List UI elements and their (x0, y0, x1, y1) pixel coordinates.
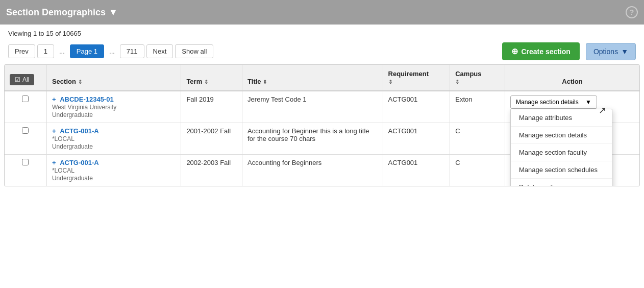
row-section-cell: + ACTG-001-A *LOCAL Undergraduate (46, 123, 181, 155)
options-label: Options (593, 47, 618, 56)
row-section-level: Undergraduate (52, 111, 176, 118)
row-checkbox[interactable] (22, 95, 29, 102)
section-sort-icon[interactable]: ⇕ (78, 79, 82, 85)
row-requirement-cell: ACTG001 (383, 155, 450, 186)
prev-button[interactable]: Prev (8, 44, 35, 58)
dropdown-menu-item[interactable]: Manage section faculty (511, 144, 612, 161)
row-section-level: Undergraduate (52, 175, 176, 182)
row-section-level: Undergraduate (52, 143, 176, 150)
row-section-org: *LOCAL (52, 135, 176, 142)
next-button[interactable]: Next (146, 44, 174, 58)
all-label: All (22, 76, 29, 83)
select-all-button[interactable]: ☑ All (10, 74, 34, 85)
row-title-cell: Accounting for Beginners (242, 155, 383, 186)
options-caret-icon: ▼ (621, 47, 628, 56)
table-row: + ABCDE-12345-01 West Virginia Universit… (5, 91, 639, 123)
row-plus-icon: + (52, 159, 56, 166)
row-action-cell: Manage section details▼Manage attributes… (505, 91, 640, 123)
row-term-cell: 2001-2002 Fall (181, 123, 242, 155)
requirement-sort-icon[interactable]: ⇕ (388, 79, 392, 85)
options-button[interactable]: Options ▼ (586, 43, 636, 60)
table-body: + ABCDE-12345-01 West Virginia Universit… (5, 91, 639, 186)
th-all: ☑ All (5, 65, 46, 91)
create-section-label: Create section (521, 47, 570, 56)
page1-button[interactable]: 1 (37, 44, 54, 58)
page-title: Section Demographics (6, 7, 106, 18)
viewing-text: Viewing 1 to 15 of 10665 (8, 30, 81, 37)
title-caret-icon[interactable]: ▼ (109, 7, 118, 18)
help-icon[interactable]: ? (626, 6, 638, 18)
th-section[interactable]: Section ⇕ (46, 65, 181, 91)
term-sort-icon[interactable]: ⇕ (204, 79, 208, 85)
manage-section-details-button[interactable]: Manage section details▼ (510, 95, 597, 109)
th-action: Action (505, 65, 640, 91)
row-requirement-cell: ACTG001 (383, 123, 450, 155)
last-page-button[interactable]: 711 (120, 44, 144, 58)
row-section-cell: + ABCDE-12345-01 West Virginia Universit… (46, 91, 181, 123)
row-term-cell: 2002-2003 Fall (181, 155, 242, 186)
show-all-button[interactable]: Show all (175, 44, 213, 58)
campus-sort-icon[interactable]: ⇕ (455, 79, 459, 85)
row-campus-cell: Exton (450, 91, 505, 123)
row-section-org: *LOCAL (52, 167, 176, 174)
ellipsis-left: ... (56, 45, 68, 58)
header: Section Demographics ▼ ? (0, 0, 644, 25)
title-sort-icon[interactable]: ⇕ (263, 79, 267, 85)
action-col-label: Action (562, 78, 582, 85)
row-checkbox-cell (5, 91, 46, 123)
dropdown-menu-item[interactable]: Manage section schedules (511, 161, 612, 179)
row-requirement-cell: ACTG001 (383, 91, 450, 123)
action-caret-icon: ▼ (585, 99, 591, 106)
table-header-row: ☑ All Section ⇕ Term ⇕ Title ⇕ R (5, 65, 639, 91)
row-campus-cell: C (450, 123, 505, 155)
row-checkbox-cell (5, 155, 46, 186)
row-section-org: West Virginia University (52, 104, 176, 111)
checkbox-icon: ☑ (15, 76, 20, 83)
dropdown-menu-item[interactable]: Delete section (511, 179, 612, 186)
header-title-group: Section Demographics ▼ (6, 7, 118, 18)
create-section-button[interactable]: ⊕ Create section (502, 42, 579, 60)
row-checkbox[interactable] (22, 127, 29, 134)
row-checkbox[interactable] (22, 159, 29, 165)
dropdown-menu-item[interactable]: Manage section details (511, 127, 612, 144)
th-requirement[interactable]: Requirement ⇕ (383, 65, 450, 91)
ellipsis-right: ... (106, 45, 118, 58)
th-campus[interactable]: Campus ⇕ (450, 65, 505, 91)
section-col-label: Section (52, 78, 76, 85)
viewing-count: Viewing 1 to 15 of 10665 (0, 25, 644, 39)
term-col-label: Term (186, 78, 202, 85)
pagination-row: Prev 1 ... Page 1 ... 711 Next Show all … (0, 39, 644, 64)
row-campus-cell: C (450, 155, 505, 186)
title-col-label: Title (247, 78, 261, 85)
row-title-cell: Accounting for Beginner this is a long t… (242, 123, 383, 155)
dropdown-menu-item[interactable]: Manage attributes (511, 109, 612, 127)
row-plus-icon: + (52, 127, 56, 135)
action-dropdown-wrap: Manage section details▼Manage attributes… (510, 95, 597, 109)
section-link[interactable]: ACTG-001-A (60, 127, 99, 135)
action-btn-label: Manage section details (516, 99, 579, 106)
row-section-cell: + ACTG-001-A *LOCAL Undergraduate (46, 155, 181, 186)
row-plus-icon: + (52, 95, 56, 103)
row-title-cell: Jeremy Test Code 1 (242, 91, 383, 123)
create-section-plus-icon: ⊕ (511, 46, 518, 56)
main-table-container: ☑ All Section ⇕ Term ⇕ Title ⇕ R (4, 64, 640, 186)
requirement-col-label: Requirement (388, 70, 429, 78)
th-term[interactable]: Term ⇕ (181, 65, 242, 91)
action-dropdown-menu: Manage attributesManage section detailsM… (510, 109, 612, 186)
current-page-button[interactable]: Page 1 (70, 44, 104, 58)
row-checkbox-cell (5, 123, 46, 155)
th-title[interactable]: Title ⇕ (242, 65, 383, 91)
section-link[interactable]: ABCDE-12345-01 (60, 95, 114, 103)
section-link[interactable]: ACTG-001-A (60, 159, 99, 166)
sections-table: ☑ All Section ⇕ Term ⇕ Title ⇕ R (5, 65, 639, 186)
campus-col-label: Campus (455, 70, 481, 78)
row-term-cell: Fall 2019 (181, 91, 242, 123)
